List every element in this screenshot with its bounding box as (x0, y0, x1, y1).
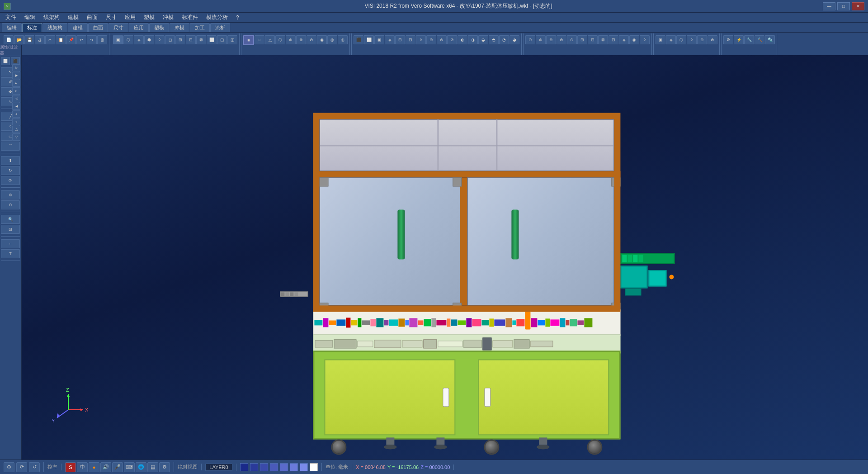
tb-3d-9[interactable]: ⊠ (196, 35, 206, 44)
tab-mold[interactable]: 塑模 (149, 23, 169, 32)
nav-icon-4[interactable]: 🔊 (100, 462, 111, 472)
tb-3d-8[interactable]: ⊟ (186, 35, 196, 44)
tb-redo[interactable]: ↪ (87, 35, 97, 44)
nav-icon-6[interactable]: ⌨ (124, 462, 135, 472)
sb-right-7[interactable]: ◂ (12, 110, 20, 118)
sb-right-6[interactable]: ◀ (12, 103, 20, 110)
tab-modeling[interactable]: 建模 (68, 23, 88, 32)
tb-3d-11[interactable]: ▢ (217, 35, 227, 44)
menu-help[interactable]: ? (232, 14, 243, 22)
color-swatch-7[interactable] (300, 463, 308, 471)
sb-bool-add[interactable]: ⊕ (1, 190, 20, 199)
tb-view-3[interactable]: ⊛ (546, 35, 556, 44)
tb-view-4[interactable]: ⊜ (557, 35, 566, 44)
tb-img-10[interactable]: ⊘ (447, 35, 457, 44)
nav-icon-2[interactable]: 中 (77, 462, 88, 472)
tb-img-4[interactable]: ◈ (385, 35, 395, 44)
tb-shape-5[interactable]: ⊕ (286, 35, 296, 44)
restore-button[interactable]: □ (837, 2, 850, 10)
tb-img-7[interactable]: ◊ (416, 35, 426, 44)
nav-icon-8[interactable]: ▤ (147, 462, 158, 472)
tb-sys-3[interactable]: 🔧 (744, 35, 754, 44)
sb-right-2[interactable]: ▶ (12, 72, 20, 79)
tb-save[interactable]: 💾 (24, 35, 34, 44)
tb-new[interactable]: 📄 (4, 35, 14, 44)
tb-img-8[interactable]: ⊕ (426, 35, 436, 44)
tb-view-2[interactable]: ⊚ (536, 35, 546, 44)
tb-print[interactable]: 🖨 (35, 35, 45, 44)
tb-view-5[interactable]: ⊝ (567, 35, 577, 44)
color-swatch-2[interactable] (250, 463, 258, 471)
nav-icon-1[interactable]: S (65, 462, 76, 472)
status-icon-3[interactable]: ↺ (29, 462, 40, 472)
status-icon-1[interactable]: ⚙ (4, 462, 14, 472)
tb-wp-6[interactable]: ⊗ (708, 35, 717, 44)
tb-3d-3[interactable]: ◈ (134, 35, 144, 44)
tb-img-12[interactable]: ◑ (468, 35, 478, 44)
tb-del[interactable]: 🗑 (97, 35, 107, 44)
sb-right-10[interactable]: ▽ (12, 133, 20, 141)
tab-wireframe[interactable]: 线架构 (42, 23, 67, 32)
menu-build[interactable]: 建模 (64, 13, 82, 22)
tb-img-15[interactable]: ◔ (499, 35, 509, 44)
tb-cut[interactable]: ✂ (45, 35, 55, 44)
tb-paste[interactable]: 📌 (66, 35, 76, 44)
nav-icon-7[interactable]: 🌐 (136, 462, 146, 472)
tb-sys-5[interactable]: 🔩 (765, 35, 775, 44)
tb-img-2[interactable]: ⬜ (364, 35, 374, 44)
tb-img-11[interactable]: ◐ (458, 35, 467, 44)
sb-right-3[interactable]: ▸ (12, 80, 20, 87)
sb-bool-sub[interactable]: ⊖ (1, 200, 20, 209)
color-swatch-white[interactable] (310, 463, 318, 471)
tb-img-5[interactable]: ⊞ (395, 35, 405, 44)
tb-shape-1[interactable]: ■ (243, 35, 254, 45)
menu-dimension[interactable]: 尺寸 (102, 13, 120, 22)
tb-shape-9[interactable]: ◍ (327, 35, 337, 44)
tb-view-6[interactable]: ⊞ (577, 35, 587, 44)
menu-edit[interactable]: 编辑 (21, 13, 39, 22)
tb-view-8[interactable]: ⊠ (598, 35, 608, 44)
tb-3d-7[interactable]: ⊞ (175, 35, 185, 44)
menu-wireframe[interactable]: 线架构 (40, 13, 63, 22)
tab-annotation[interactable]: 标注 (22, 23, 42, 32)
tb-wp-5[interactable]: ⊕ (697, 35, 707, 44)
tb-shape-10[interactable]: ◎ (338, 35, 348, 44)
tb-wp-1[interactable]: ▣ (656, 35, 665, 44)
status-icon-2[interactable]: ⟳ (16, 462, 27, 472)
sb-text[interactable]: T (1, 249, 20, 258)
tb-view-11[interactable]: ◉ (629, 35, 639, 44)
tb-view-1[interactable]: ⊙ (525, 35, 535, 44)
tab-apply[interactable]: 应用 (129, 23, 149, 32)
tb-shape-4[interactable]: ⬡ (275, 35, 285, 44)
tb-3d-1[interactable]: ▣ (113, 35, 123, 44)
tb-undo[interactable]: ↩ (76, 35, 86, 44)
tb-sys-1[interactable]: ⚙ (723, 35, 733, 44)
color-swatch-4[interactable] (270, 463, 278, 471)
minimize-button[interactable]: — (823, 2, 835, 10)
tb-wp-4[interactable]: ◊ (687, 35, 697, 44)
tb-shape-3[interactable]: △ (265, 35, 275, 44)
tb-sys-2[interactable]: ⚡ (734, 35, 744, 44)
tb-img-13[interactable]: ◒ (478, 35, 488, 44)
tab-flow[interactable]: 流析 (210, 23, 230, 32)
tb-view-10[interactable]: ◈ (619, 35, 629, 44)
tb-shape-7[interactable]: ⊘ (307, 35, 316, 44)
nav-icon-5[interactable]: 🎤 (112, 462, 123, 472)
window-controls[interactable]: — □ ✕ (823, 2, 864, 10)
nav-icon-9[interactable]: ⚙ (159, 462, 170, 472)
sb-zoom[interactable]: 🔍 (1, 215, 20, 224)
tab-dim[interactable]: 尺寸 (108, 23, 128, 32)
main-viewport[interactable]: X Z Y (22, 55, 868, 460)
tb-open[interactable]: 📂 (14, 35, 24, 44)
tb-shape-6[interactable]: ⊗ (296, 35, 306, 44)
tb-3d-5[interactable]: ◊ (155, 35, 165, 44)
tb-wp-2[interactable]: ◈ (666, 35, 676, 44)
sb-dim[interactable]: ↔ (1, 239, 20, 248)
tb-view-7[interactable]: ⊟ (588, 35, 598, 44)
tb-img-6[interactable]: ⊟ (406, 35, 415, 44)
nav-icon-3[interactable]: ● (89, 462, 99, 472)
tab-machining[interactable]: 加工 (190, 23, 210, 32)
sb-revolve[interactable]: ↻ (1, 166, 20, 175)
tb-copy[interactable]: 📋 (56, 35, 66, 44)
menu-surface[interactable]: 曲面 (83, 13, 101, 22)
